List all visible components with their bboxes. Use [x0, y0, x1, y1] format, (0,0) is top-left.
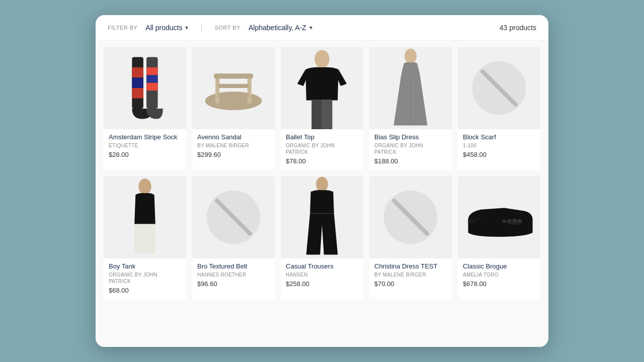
svg-rect-12 [218, 84, 249, 88]
product-card-bro-textured-belt[interactable]: Bro Textured Belt HANNES ROETHER $96.60 [192, 176, 275, 299]
product-card-christina-dress-test[interactable]: Christina Dress TEST BY MALENE BIRGER $7… [369, 176, 452, 299]
filter-dropdown[interactable]: All products ▾ [145, 24, 188, 32]
filter-label: FILTER BY [108, 25, 137, 31]
product-brand-amsterdam-stripe-sock: ETIQUETTE [109, 142, 181, 149]
product-info-boy-tank: Boy Tank ORGANIC BY JOHN PATRICK $68.00 [104, 258, 186, 299]
product-price-block-scarf: $458.00 [463, 151, 535, 158]
product-card-boy-tank[interactable]: Boy Tank ORGANIC BY JOHN PATRICK $68.00 [104, 176, 186, 299]
svg-rect-13 [218, 93, 249, 97]
svg-point-14 [314, 50, 330, 68]
product-image-boy-tank [104, 176, 186, 258]
product-card-casual-trousers[interactable]: Casual Trousers HANSEN $258.00 [281, 176, 363, 299]
product-image-classic-brogue [458, 176, 540, 258]
filter-chevron-icon: ▾ [185, 24, 188, 31]
sort-dropdown[interactable]: Alphabetically, A-Z ▾ [249, 24, 312, 32]
filter-value: All products [145, 24, 182, 32]
svg-point-21 [138, 178, 151, 194]
product-info-amsterdam-stripe-sock: Amsterdam Stripe Sock ETIQUETTE $28.00 [104, 129, 186, 163]
svg-rect-7 [146, 83, 158, 90]
toolbar: FILTER BY All products ▾ | SORT BY Alpha… [96, 15, 548, 41]
product-price-boy-tank: $68.00 [109, 287, 181, 294]
product-price-classic-brogue: $678.00 [463, 280, 535, 288]
product-card-classic-brogue[interactable]: Classic Brogue AMELIA TORO $678.00 [458, 176, 540, 299]
product-name-avenno-sandal: Avenno Sandal [197, 133, 270, 141]
product-count: 43 products [500, 24, 536, 32]
svg-rect-5 [146, 67, 158, 75]
svg-rect-22 [134, 224, 155, 254]
products-grid: Amsterdam Stripe Sock ETIQUETTE $28.00 A… [104, 47, 540, 299]
svg-rect-11 [214, 73, 253, 78]
product-image-casual-trousers [281, 176, 363, 258]
product-brand-christina-dress-test: BY MALENE BIRGER [374, 272, 447, 278]
svg-point-32 [518, 219, 522, 222]
product-info-block-scarf: Block Scarf 1-100 $458.00 [458, 129, 540, 163]
product-image-block-scarf [458, 47, 540, 129]
svg-rect-3 [132, 88, 143, 99]
product-brand-avenno-sandal: BY MALENE BIRGER [197, 142, 270, 149]
products-area: Amsterdam Stripe Sock ETIQUETTE $28.00 A… [96, 41, 548, 347]
product-name-ballet-top: Ballet Top [286, 133, 358, 141]
product-price-bro-textured-belt: $96.60 [197, 280, 270, 288]
product-info-classic-brogue: Classic Brogue AMELIA TORO $678.00 [458, 258, 540, 293]
product-name-christina-dress-test: Christina Dress TEST [374, 262, 447, 270]
product-image-bias-slip-dress [369, 47, 452, 129]
sort-chevron-icon: ▾ [309, 24, 312, 31]
svg-point-30 [507, 219, 511, 222]
product-brand-classic-brogue: AMELIA TORO [463, 272, 535, 278]
sort-value: Alphabetically, A-Z [249, 24, 306, 32]
svg-rect-6 [146, 75, 158, 82]
product-image-ballet-top [281, 47, 363, 129]
product-price-amsterdam-stripe-sock: $28.00 [109, 151, 181, 158]
toolbar-separator: | [200, 23, 202, 32]
product-name-bias-slip-dress: Bias Slip Dress [374, 133, 447, 141]
product-card-avenno-sandal[interactable]: Avenno Sandal BY MALENE BIRGER $299.60 [192, 47, 275, 170]
product-image-amsterdam-stripe-sock [104, 47, 186, 129]
product-brand-bro-textured-belt: HANNES ROETHER [197, 272, 270, 278]
device-frame: FILTER BY All products ▾ | SORT BY Alpha… [96, 15, 548, 347]
product-info-bias-slip-dress: Bias Slip Dress ORGANIC BY JOHN PATRICK … [369, 129, 452, 170]
svg-rect-16 [312, 100, 322, 129]
svg-rect-1 [132, 67, 143, 78]
product-name-block-scarf: Block Scarf [463, 133, 535, 141]
product-name-casual-trousers: Casual Trousers [286, 262, 358, 270]
svg-rect-10 [248, 75, 252, 103]
product-brand-boy-tank: ORGANIC BY JOHN PATRICK [109, 272, 181, 285]
product-info-ballet-top: Ballet Top ORGANIC BY JOHN PATRICK $78.0… [281, 129, 363, 170]
product-brand-bias-slip-dress: ORGANIC BY JOHN PATRICK [374, 142, 447, 155]
sort-label: SORT BY [215, 25, 240, 31]
product-brand-casual-trousers: HANSEN [286, 272, 358, 278]
svg-rect-9 [215, 75, 219, 103]
svg-point-31 [513, 219, 517, 222]
product-brand-ballet-top: ORGANIC BY JOHN PATRICK [286, 142, 358, 155]
product-price-bias-slip-dress: $188.00 [374, 157, 447, 165]
product-card-amsterdam-stripe-sock[interactable]: Amsterdam Stripe Sock ETIQUETTE $28.00 [104, 47, 186, 170]
product-name-boy-tank: Boy Tank [109, 262, 181, 270]
product-brand-block-scarf: 1-100 [463, 142, 535, 149]
product-card-block-scarf[interactable]: Block Scarf 1-100 $458.00 [458, 47, 540, 170]
product-card-ballet-top[interactable]: Ballet Top ORGANIC BY JOHN PATRICK $78.0… [281, 47, 363, 170]
product-price-avenno-sandal: $299.60 [197, 151, 270, 158]
product-price-christina-dress-test: $70.00 [374, 280, 447, 288]
svg-point-29 [502, 220, 506, 223]
product-info-avenno-sandal: Avenno Sandal BY MALENE BIRGER $299.60 [192, 129, 275, 163]
product-image-christina-dress-test [369, 176, 452, 258]
product-info-christina-dress-test: Christina Dress TEST BY MALENE BIRGER $7… [369, 258, 452, 293]
product-price-ballet-top: $78.00 [286, 157, 358, 165]
product-image-bro-textured-belt [192, 176, 275, 258]
product-price-casual-trousers: $258.00 [286, 280, 358, 288]
svg-point-17 [405, 49, 417, 64]
product-image-avenno-sandal [192, 47, 275, 129]
product-info-casual-trousers: Casual Trousers HANSEN $258.00 [281, 258, 363, 293]
product-name-amsterdam-stripe-sock: Amsterdam Stripe Sock [109, 133, 181, 141]
product-card-bias-slip-dress[interactable]: Bias Slip Dress ORGANIC BY JOHN PATRICK … [369, 47, 452, 170]
product-info-bro-textured-belt: Bro Textured Belt HANNES ROETHER $96.60 [192, 258, 275, 293]
product-name-classic-brogue: Classic Brogue [463, 262, 535, 270]
svg-point-25 [316, 176, 328, 192]
svg-rect-2 [132, 78, 143, 88]
product-name-bro-textured-belt: Bro Textured Belt [197, 262, 270, 270]
